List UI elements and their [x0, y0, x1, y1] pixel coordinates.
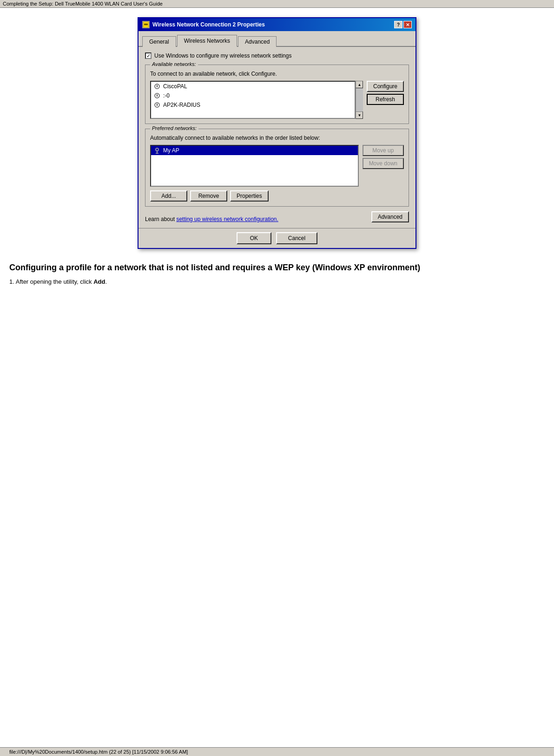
tab-bar: General Wireless Networks Advanced [138, 31, 416, 47]
title-bar: Wireless Network Connection 2 Properties… [138, 18, 416, 31]
configure-checkbox-row: ✓ Use Windows to configure my wireless n… [145, 52, 409, 59]
close-button[interactable]: ✕ [403, 21, 412, 28]
dialog-footer: OK Cancel [138, 228, 416, 248]
dialog-wrapper: Wireless Network Connection 2 Properties… [9, 17, 545, 249]
preferred-network-name: My AP [163, 147, 179, 154]
available-networks-label: Available networks: [150, 61, 198, 67]
add-button[interactable]: Add... [150, 190, 187, 202]
dialog-window: Wireless Network Connection 2 Properties… [138, 17, 416, 249]
properties-button[interactable]: Properties [230, 190, 269, 202]
available-networks-listbox[interactable]: CiscoPAL [150, 81, 356, 119]
preferred-network-icon [154, 147, 160, 154]
preferred-side-buttons: Move up Move down [363, 145, 404, 187]
step-bold: Add [93, 278, 105, 285]
svg-rect-6 [157, 94, 158, 97]
advanced-button[interactable]: Advanced [371, 211, 409, 222]
section-heading: Configuring a profile for a network that… [9, 263, 545, 273]
learn-about-text: Learn about setting up wireless network … [145, 216, 278, 222]
step-number: 1. [9, 278, 16, 285]
available-networks-row: CiscoPAL [150, 81, 404, 119]
help-button[interactable]: ? [394, 21, 402, 28]
step-suffix: . [105, 278, 107, 285]
page-content: Wireless Network Connection 2 Properties… [0, 8, 554, 298]
title-bar-buttons: ? ✕ [394, 21, 412, 28]
configure-checkbox[interactable]: ✓ [145, 52, 152, 59]
svg-rect-8 [157, 104, 158, 106]
cancel-button[interactable]: Cancel [276, 232, 317, 244]
bottom-section: Learn about setting up wireless network … [145, 211, 409, 222]
dialog-title: Wireless Network Connection 2 Properties [152, 21, 265, 28]
move-down-button[interactable]: Move down [363, 158, 404, 169]
learn-prefix: Learn about [145, 216, 176, 222]
refresh-button[interactable]: Refresh [367, 94, 404, 105]
preferred-networks-content: Automatically connect to available netwo… [150, 135, 404, 202]
scroll-track [356, 88, 363, 111]
preferred-networks-groupbox: Preferred networks: Automatically connec… [145, 129, 409, 207]
configure-checkbox-label: Use Windows to configure my wireless net… [154, 52, 291, 59]
svg-point-9 [156, 148, 158, 151]
remove-button[interactable]: Remove [190, 190, 227, 202]
tab-wireless-networks[interactable]: Wireless Networks [177, 35, 237, 47]
tab-general[interactable]: General [142, 36, 176, 47]
preferred-description: Automatically connect to available netwo… [150, 135, 404, 141]
scroll-down-arrow[interactable]: ▼ [356, 111, 363, 119]
network-icon-3 [154, 102, 160, 108]
svg-rect-2 [144, 25, 148, 25]
available-network-buttons: Configure Refresh [367, 81, 404, 105]
network-name-2: :-0 [163, 92, 170, 99]
preferred-networks-label: Preferred networks: [150, 125, 198, 131]
move-up-button[interactable]: Move up [363, 145, 404, 156]
available-networks-content: To connect to an available network, clic… [150, 71, 404, 119]
preferred-action-buttons: Add... Remove Properties [150, 190, 404, 202]
available-scrollbar[interactable]: ▲ ▼ [356, 81, 363, 119]
title-bar-left: Wireless Network Connection 2 Properties [142, 21, 265, 28]
footer-bar: file:///D|/My%20Documents/1400/setup.htm… [0, 747, 554, 756]
browser-title: Completing the Setup: Dell TrueMobile 14… [3, 1, 163, 7]
configure-button[interactable]: Configure [367, 81, 404, 92]
network-name-1: CiscoPAL [163, 83, 187, 90]
list-item[interactable]: :-0 [151, 91, 355, 100]
preferred-item[interactable]: My AP [151, 146, 358, 155]
available-networks-groupbox: Available networks: To connect to an ava… [145, 65, 409, 124]
learn-link[interactable]: setting up wireless network configuratio… [176, 216, 278, 222]
preferred-listbox[interactable]: My AP [150, 145, 359, 187]
svg-rect-4 [157, 85, 158, 87]
dialog-body: ✓ Use Windows to configure my wireless n… [138, 47, 416, 228]
svg-rect-1 [144, 24, 148, 24]
scroll-up-arrow[interactable]: ▲ [356, 81, 363, 88]
browser-title-bar: Completing the Setup: Dell TrueMobile 14… [0, 0, 554, 8]
list-item[interactable]: CiscoPAL [151, 82, 355, 91]
tab-advanced[interactable]: Advanced [238, 36, 277, 47]
list-item[interactable]: AP2K-RADIUS [151, 100, 355, 110]
network-name-3: AP2K-RADIUS [163, 102, 200, 108]
preferred-row: My AP Move up Move down [150, 145, 404, 187]
check-icon: ✓ [146, 53, 151, 59]
ok-button[interactable]: OK [237, 232, 271, 244]
network-icon-1 [154, 83, 160, 90]
step-1: 1. After opening the utility, click Add. [9, 278, 545, 285]
footer-text: file:///D|/My%20Documents/1400/setup.htm… [9, 749, 188, 755]
available-listbox-wrapper: CiscoPAL [150, 81, 363, 119]
step-text: After opening the utility, click [16, 278, 93, 285]
available-networks-description: To connect to an available network, clic… [150, 71, 404, 77]
dialog-icon [142, 21, 150, 28]
network-icon-2 [154, 92, 160, 99]
